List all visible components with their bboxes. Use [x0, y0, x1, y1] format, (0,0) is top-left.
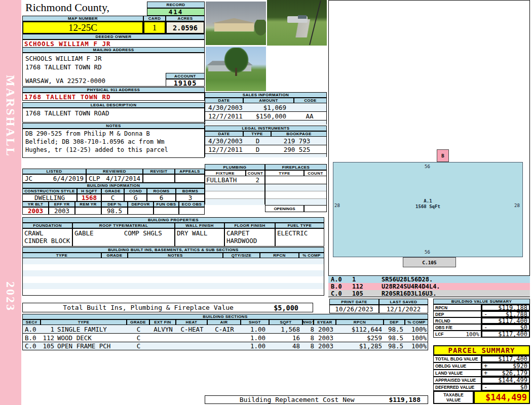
parcel-deferred-value: -$0 — [481, 384, 530, 391]
fireplaces-header: FIREPLACES — [265, 164, 327, 170]
sketch-a-sqft: 1568 SqFt — [333, 204, 523, 209]
property-record-card: MARSHALL 2023 Richmond County, Virginia … — [0, 0, 532, 405]
deeded-owner-value: SCHOOLS WILLIAM F JR — [22, 39, 205, 48]
foundation-lines: CRAWLCINDER BLOCK — [24, 229, 70, 245]
legal-description-value: 1768 TALLENT TOWN ROAD — [22, 108, 205, 123]
acres-header: ACRES — [166, 16, 205, 21]
built-ins-notes-header: NOTES — [128, 253, 223, 258]
sketch-area-a — [333, 162, 523, 257]
last-saved-value: 12/1/2022 — [379, 305, 428, 313]
floor-finish-value: CARPETHARDWOOD — [224, 228, 275, 247]
building-section-row-c: C.0 105OPEN FRAME PCH C 1.00 48 8 2003 $… — [22, 342, 428, 350]
remyr-value — [75, 207, 101, 215]
legal-instruments-header: LEGAL INSTRUMENTS — [205, 126, 327, 131]
instruments-row-1: 4/30/2003 D 219 793 — [205, 137, 326, 145]
funobs-header: FUN OBS — [154, 201, 179, 207]
revisit-header: REVISIT — [143, 169, 175, 174]
photo1-tree — [253, 20, 266, 37]
listed-by: JC — [25, 175, 32, 182]
bdrms-value: 3 — [176, 194, 205, 201]
cond-header: COND — [124, 188, 147, 194]
parcel-appraised-label: APPRAISED VALUE — [433, 377, 481, 384]
taxable-value-label: TAXABLE VALUE — [433, 391, 474, 404]
floor-lines: CARPETHARDWOOD — [226, 229, 257, 245]
notes-line-3: Hughes, tr (12-25) added to this parcel — [25, 146, 168, 153]
photo3-tree-trunk — [235, 68, 237, 76]
notes-line-2: Belfield; DB 308-710-1.0596 ac from Wm — [25, 138, 165, 145]
sketch-legend-row-b: B.0 112 U28R24SU4R4D4L4. — [328, 283, 530, 290]
fuel-type-value: ELECTRIC — [275, 228, 324, 247]
sales-amount-header: AMOUNT — [243, 98, 294, 103]
parcel-total-bldg-value: $117,400 — [481, 355, 530, 362]
sketch-area-c: C.105 — [403, 257, 456, 267]
plumbing-count-header: COUNT — [246, 170, 265, 176]
effyr-header: EFF YR — [49, 201, 75, 207]
parcel-summary-header: PARCEL SUMMARY — [433, 345, 530, 355]
bvs-lcf-label: LCF100% — [433, 331, 481, 338]
sketch-dim-top: 56 — [425, 164, 430, 169]
rooms-header: ROOMS — [147, 188, 176, 194]
effyr-value: 2003 — [49, 207, 75, 215]
appeals-value — [175, 174, 205, 183]
bvs-obs-label: OBS F/E — [433, 324, 481, 331]
total-built-ins-value: $5,000 — [274, 304, 313, 312]
total-built-ins-label: Total Built Ins, Plumbing & Fireplace Va… — [23, 304, 274, 311]
building-properties-header: BUILDING PROPERTIES — [22, 217, 324, 223]
photo-house-front — [206, 2, 266, 45]
sales-information-header: SALES INFORMATION — [205, 92, 327, 98]
listed-header: LISTED — [22, 169, 86, 174]
sales-code-header: CODE — [294, 98, 327, 103]
fireplaces-type-header: TYPE — [265, 170, 304, 176]
sales-row-1: 4/30/2003 $1,069 — [205, 103, 326, 112]
instruments-row-empty — [205, 154, 326, 157]
wall-finish-value: DRY WALL — [175, 228, 224, 247]
instruments-book-header: BOOKPAGE — [271, 131, 327, 137]
fireplaces-table-body — [265, 176, 327, 205]
mailing-line-2: 1768 TALLENT TOWN RD — [25, 63, 102, 71]
roof-header: ROOF TYPE/MATERIAL — [72, 223, 175, 228]
yrblt-header: YR BLT — [22, 201, 49, 207]
built-ins-qty-header: QTY/SIZE — [223, 253, 260, 258]
replacement-cost-value: $119,188 — [389, 396, 428, 403]
plumbing-fixture-header: FIXTURE — [205, 170, 246, 176]
building-information-header: BUILDING INFORMATION — [22, 183, 205, 188]
bvs-obs-value: -$0 — [481, 324, 530, 331]
vendor-label: MARSHALL — [4, 75, 17, 157]
bdrms-header: BDRMS — [176, 188, 205, 194]
map-number-value: 12-25C — [22, 21, 143, 34]
sketch-a-label: A.1 — [333, 198, 523, 204]
reviewed-date: 4/17/2014 — [106, 175, 140, 182]
built-ins-type-header: TYPE — [22, 253, 101, 258]
construction-style-value: DWELLING — [22, 194, 77, 201]
built-ins-comp-header: % COMP — [299, 253, 324, 258]
building-sections-column-headers: SEC# TYPE GRADE EXT FIN HEAT AIR SHGT SQ… — [22, 319, 428, 325]
card-value: 1 — [143, 21, 166, 34]
cond-value: G — [124, 194, 147, 201]
taxable-value-amount: $144,499 — [474, 391, 530, 404]
mailing-line-1: SCHOOLS WILLIAM F JR — [25, 55, 102, 62]
physical-address-value: 1768 TALLENT TOWN RD — [22, 93, 205, 101]
sales-row-empty — [205, 120, 326, 125]
parcel-land-value: +$26,179 — [481, 370, 530, 377]
built-ins-header: BUILDING BUILT INS, BASEMENTS, ATTICS & … — [22, 247, 324, 253]
photo2-truck-cab — [298, 15, 307, 19]
revisit-value — [143, 174, 175, 183]
bvs-lcf-value: $117,400 — [481, 331, 530, 338]
parcel-obldg-label: OBLDG VALUE — [433, 362, 481, 370]
roof-material-value: COMP SHGLS — [124, 229, 162, 237]
account-value: 19105 — [166, 79, 205, 87]
foundation-value: CRAWLCINDER BLOCK — [22, 228, 72, 247]
built-ins-rpcn-header: RPCN — [260, 253, 299, 258]
parcel-land-label: LAND VALUE — [433, 370, 481, 377]
instruments-table-body: 4/30/2003 D 219 793 12/7/2011 D 290 525 — [205, 137, 327, 157]
depovr-header: DEPOVR — [128, 201, 154, 207]
record-header: RECORD — [147, 2, 205, 8]
sales-date-header: DATE — [205, 98, 243, 103]
dep-pct-value: 98.5 — [101, 207, 128, 215]
reviewed-by: CLP — [89, 175, 100, 182]
dep-pct-header: DEP % — [101, 201, 128, 207]
grade-header: GRADE — [101, 188, 124, 194]
construction-style-header: CONSTRUCTION STYLE — [22, 188, 77, 194]
building-section-row-b: B.0 112WOOD DECK C 1.00 16 8 2003 $259 9… — [22, 334, 428, 342]
parcel-total-bldg-label: TOTAL BLDG VALUE — [433, 355, 481, 362]
